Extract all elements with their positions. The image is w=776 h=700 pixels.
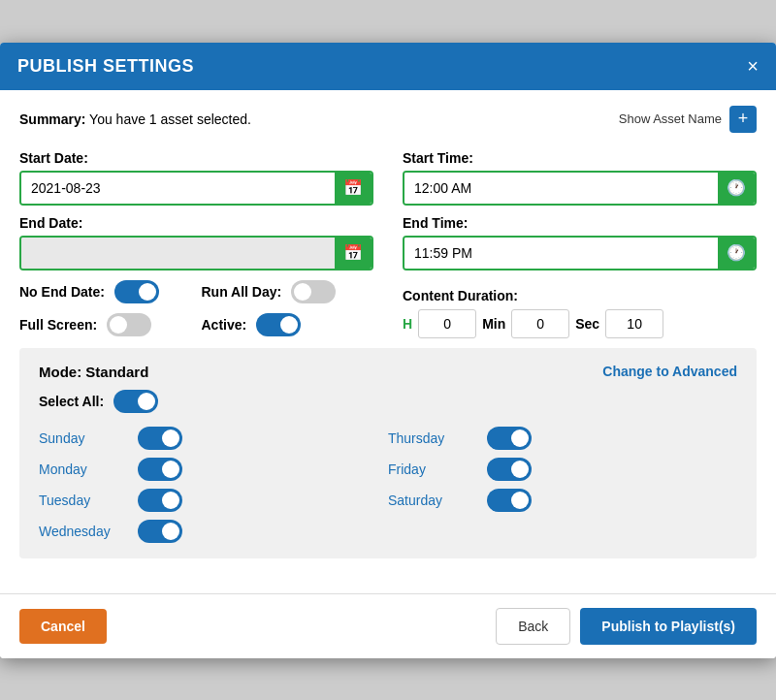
end-date-calendar-icon[interactable]: 📅: [335, 238, 372, 269]
no-end-date-toggle-group: No End Date:: [19, 280, 192, 303]
end-date-label: End Date:: [19, 215, 373, 231]
summary-text: Summary: You have 1 asset selected.: [19, 111, 251, 127]
sunday-label: Sunday: [39, 430, 126, 446]
start-date-calendar-icon[interactable]: 📅: [335, 173, 372, 204]
start-date-input-wrapper: 📅: [19, 171, 373, 206]
modal-body: Summary: You have 1 asset selected. Show…: [0, 90, 776, 593]
content-duration-label: Content Duration:: [403, 288, 757, 303]
days-col-left: Sunday Monday Tuesda: [39, 427, 388, 543]
end-date-input[interactable]: [21, 238, 335, 269]
monday-toggle[interactable]: [138, 458, 182, 481]
publish-settings-modal: PUBLISH SETTINGS × Summary: You have 1 a…: [0, 43, 776, 658]
end-time-input[interactable]: [404, 238, 718, 269]
thursday-item: Thursday: [388, 427, 737, 450]
days-grid: Sunday Monday Tuesda: [39, 427, 737, 543]
wednesday-label: Wednesday: [39, 524, 126, 539]
monday-label: Monday: [39, 461, 126, 477]
summary-row: Summary: You have 1 asset selected. Show…: [19, 106, 757, 133]
active-toggle[interactable]: [256, 313, 301, 336]
end-time-input-wrapper: 🕐: [403, 236, 757, 270]
start-date-group: Start Date: 📅: [19, 150, 373, 206]
start-date-label: Start Date:: [19, 150, 373, 166]
saturday-label: Saturday: [388, 493, 475, 508]
modal-header: PUBLISH SETTINGS ×: [0, 43, 776, 90]
start-time-label: Start Time:: [403, 150, 757, 166]
tuesday-item: Tuesday: [39, 489, 388, 512]
add-asset-name-button[interactable]: +: [729, 106, 757, 133]
toggles-duration-section: No End Date: Run All Day:: [19, 280, 757, 338]
duration-col: Content Duration: H Min Sec: [403, 280, 757, 338]
full-screen-toggle-group: Full Screen:: [19, 313, 192, 336]
no-end-date-toggle[interactable]: [114, 280, 159, 303]
schedule-panel: Mode: Standard Change to Advanced Select…: [19, 348, 757, 558]
summary-label: Summary:: [19, 111, 85, 127]
show-asset-name-label: Show Asset Name: [619, 111, 722, 126]
no-end-date-label: No End Date:: [19, 284, 105, 300]
sec-label: Sec: [575, 316, 599, 332]
start-time-clock-icon[interactable]: 🕐: [718, 173, 755, 204]
select-all-row: Select All:: [39, 390, 737, 413]
run-all-day-toggle[interactable]: [291, 280, 336, 303]
cancel-button[interactable]: Cancel: [19, 609, 107, 644]
friday-toggle[interactable]: [487, 458, 532, 481]
days-col-right: Thursday Friday Satu: [388, 427, 737, 543]
end-date-group: End Date: 📅: [19, 215, 373, 270]
date-time-section: Start Date: 📅 End Date: 📅 Start Ti: [19, 150, 757, 270]
thursday-label: Thursday: [388, 430, 475, 446]
friday-label: Friday: [388, 461, 475, 477]
friday-item: Friday: [388, 458, 737, 481]
footer-right-buttons: Back Publish to Playlist(s): [496, 608, 757, 645]
saturday-toggle[interactable]: [487, 489, 532, 512]
modal-title: PUBLISH SETTINGS: [17, 56, 194, 77]
sunday-item: Sunday: [39, 427, 388, 450]
date-col: Start Date: 📅 End Date: 📅: [19, 150, 373, 270]
select-all-label: Select All:: [39, 394, 104, 409]
end-date-input-wrapper: 📅: [19, 236, 373, 270]
end-time-group: End Time: 🕐: [403, 215, 757, 270]
end-time-label: End Time:: [403, 215, 757, 231]
min-label: Min: [482, 316, 505, 332]
schedule-mode-label: Mode: Standard: [39, 364, 148, 380]
change-to-advanced-link[interactable]: Change to Advanced: [602, 364, 737, 379]
monday-item: Monday: [39, 458, 388, 481]
full-screen-toggle[interactable]: [107, 313, 151, 336]
active-label: Active:: [202, 317, 247, 333]
h-label: H: [403, 316, 412, 332]
start-time-input[interactable]: [404, 173, 718, 204]
saturday-item: Saturday: [388, 489, 737, 512]
close-button[interactable]: ×: [747, 56, 759, 76]
full-screen-label: Full Screen:: [19, 317, 97, 333]
show-asset-name-group: Show Asset Name +: [619, 106, 757, 133]
wednesday-toggle[interactable]: [138, 520, 182, 543]
duration-minutes-input[interactable]: [511, 309, 569, 338]
content-duration-group: Content Duration: H Min Sec: [403, 288, 757, 338]
duration-hours-input[interactable]: [418, 309, 476, 338]
end-time-clock-icon[interactable]: 🕐: [718, 238, 755, 269]
start-time-group: Start Time: 🕐: [403, 150, 757, 206]
summary-value: You have 1 asset selected.: [85, 111, 250, 127]
schedule-header: Mode: Standard Change to Advanced: [39, 364, 737, 380]
back-button[interactable]: Back: [496, 608, 570, 645]
run-all-day-label: Run All Day:: [202, 284, 282, 300]
toggles-col: No End Date: Run All Day:: [19, 280, 373, 338]
tuesday-label: Tuesday: [39, 493, 126, 508]
sunday-toggle[interactable]: [138, 427, 182, 450]
time-col: Start Time: 🕐 End Time: 🕐: [403, 150, 757, 270]
content-duration-inputs: H Min Sec: [403, 309, 757, 338]
run-all-day-toggle-group: Run All Day:: [202, 280, 374, 303]
toggles-grid: No End Date: Run All Day:: [19, 280, 373, 336]
duration-seconds-input[interactable]: [605, 309, 663, 338]
select-all-toggle[interactable]: [113, 390, 158, 413]
active-toggle-group: Active:: [202, 313, 374, 336]
wednesday-item: Wednesday: [39, 520, 388, 543]
start-time-input-wrapper: 🕐: [403, 171, 757, 206]
tuesday-toggle[interactable]: [138, 489, 182, 512]
start-date-input[interactable]: [21, 173, 335, 204]
modal-footer: Cancel Back Publish to Playlist(s): [0, 593, 776, 658]
publish-button[interactable]: Publish to Playlist(s): [580, 608, 757, 645]
thursday-toggle[interactable]: [487, 427, 532, 450]
